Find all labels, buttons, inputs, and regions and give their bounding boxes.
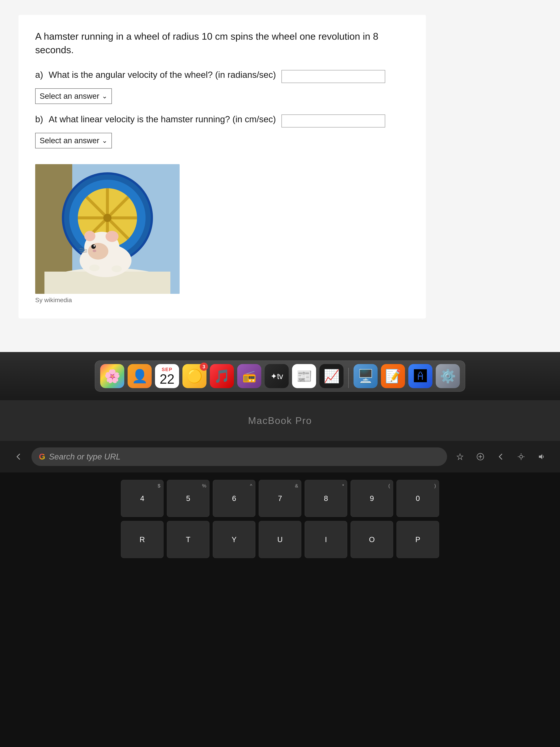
brightness-icon[interactable] (514, 449, 529, 464)
dock-news-icon[interactable]: 📰 (292, 364, 316, 388)
address-bar[interactable]: G Search or type URL (31, 447, 447, 466)
bookmark-icon[interactable] (453, 449, 468, 464)
browser-content: A hamster running in a wheel of radius 1… (0, 0, 560, 352)
systemprefs-icon: ⚙️ (440, 368, 456, 384)
macbook-label-area: MacBook Pro (0, 400, 560, 441)
part-b-select-label: Select an answer (39, 136, 99, 145)
dock-pages-icon[interactable]: 📝 (381, 364, 405, 388)
key-dollar-symbol: $ (158, 483, 160, 489)
part-a-label: a) (35, 70, 43, 80)
part-a-row: a) What is the angular velocity of the w… (35, 70, 409, 83)
key-y[interactable]: Y (213, 521, 256, 558)
dock-podcasts-icon[interactable]: 📻 (237, 364, 261, 388)
dock-area: 🌸 👤 SEP 22 🟡 3 🎵 📻 ✦tv 📰 📈 (0, 352, 560, 400)
part-a-select-label: Select an answer (39, 92, 99, 101)
svg-point-23 (89, 264, 100, 271)
add-tab-icon[interactable] (473, 449, 488, 464)
podcasts-icon: 📻 (242, 369, 256, 383)
key-p[interactable]: P (397, 521, 439, 558)
part-a-question: What is the angular velocity of the whee… (49, 70, 276, 80)
key-7[interactable]: & 7 (259, 480, 301, 517)
toolbar-area: G Search or type URL (0, 441, 560, 472)
hamster-image-container: Sy wikimedia (35, 164, 180, 304)
dock-notes-icon[interactable]: 🟡 3 (182, 364, 207, 388)
keynote-icon: 🖥️ (357, 368, 374, 384)
back-nav-icon[interactable] (494, 449, 508, 464)
svg-point-14 (88, 243, 108, 260)
key-6[interactable]: ^ 6 (213, 480, 256, 517)
key-o[interactable]: O (351, 521, 393, 558)
appstore-icon: 🅰 (414, 369, 427, 384)
key-9[interactable]: ( 9 (351, 480, 393, 517)
back-button[interactable] (11, 449, 26, 464)
svg-point-17 (92, 250, 96, 252)
part-b-row: b) At what linear velocity is the hamste… (35, 114, 409, 128)
calendar-day: 22 (160, 372, 175, 386)
question-container: A hamster running in a wheel of radius 1… (19, 15, 426, 318)
key-caret-symbol: ^ (250, 483, 252, 489)
part-b-label: b) (35, 114, 43, 124)
image-credit: Sy wikimedia (35, 297, 180, 304)
svg-point-18 (106, 231, 118, 242)
dock-contacts-icon[interactable]: 👤 (128, 364, 152, 388)
keyboard-area: $ 4 % 5 ^ 6 & 7 * 8 ( 9 ) 0 R (0, 472, 560, 747)
key-r[interactable]: R (121, 521, 163, 558)
key-4[interactable]: $ 4 (121, 480, 163, 517)
part-b: b) At what linear velocity is the hamste… (35, 114, 409, 159)
svg-point-29 (519, 455, 523, 458)
key-asterisk-symbol: * (342, 483, 344, 489)
dock-photos-icon[interactable]: 🌸 (100, 364, 124, 388)
macbook-label: MacBook Pro (248, 415, 312, 426)
key-t[interactable]: T (167, 521, 209, 558)
number-key-row: $ 4 % 5 ^ 6 & 7 * 8 ( 9 ) 0 (11, 480, 549, 517)
calendar-month: SEP (162, 367, 172, 372)
dock-appstore-icon[interactable]: 🅰 (408, 364, 432, 388)
pages-icon: 📝 (385, 368, 401, 384)
google-logo: G (39, 452, 45, 461)
svg-point-24 (111, 265, 122, 272)
volume-icon[interactable] (534, 449, 549, 464)
key-i[interactable]: I (304, 521, 347, 558)
key-open-paren-symbol: ( (388, 483, 390, 489)
part-a-input[interactable] (282, 70, 385, 83)
part-b-select[interactable]: Select an answer ⌄ (35, 133, 112, 148)
contacts-icon: 👤 (132, 368, 148, 384)
part-b-question: At what linear velocity is the hamster r… (49, 114, 276, 124)
key-percent-symbol: % (202, 483, 206, 489)
problem-text: A hamster running in a wheel of radius 1… (35, 30, 409, 57)
address-placeholder: Search or type URL (49, 452, 121, 461)
dock: 🌸 👤 SEP 22 🟡 3 🎵 📻 ✦tv 📰 📈 (95, 361, 465, 392)
svg-point-9 (103, 214, 111, 222)
svg-point-19 (84, 231, 96, 241)
key-u[interactable]: U (259, 521, 301, 558)
part-a-chevron-icon: ⌄ (102, 92, 107, 100)
part-a-select[interactable]: Select an answer ⌄ (35, 88, 112, 104)
music-icon: 🎵 (214, 368, 230, 384)
dock-music-icon[interactable]: 🎵 (210, 364, 234, 388)
photos-icon: 🌸 (104, 368, 121, 384)
notes-icon: 🟡 (186, 368, 203, 384)
svg-point-16 (94, 245, 95, 247)
part-a: a) What is the angular velocity of the w… (35, 70, 409, 114)
letter-key-row: R T Y U I O P (11, 521, 549, 558)
dock-appletv-icon[interactable]: ✦tv (265, 364, 289, 388)
dock-separator (348, 368, 349, 388)
dock-systemprefs-icon[interactable]: ⚙️ (436, 364, 460, 388)
svg-marker-25 (457, 454, 463, 460)
dock-keynote-icon[interactable]: 🖥️ (353, 364, 378, 388)
svg-marker-34 (539, 454, 542, 459)
news-icon: 📰 (296, 368, 312, 384)
key-5[interactable]: % 5 (167, 480, 209, 517)
key-0[interactable]: ) 0 (397, 480, 439, 517)
dock-stocks-icon[interactable]: 📈 (319, 364, 344, 388)
part-b-chevron-icon: ⌄ (102, 137, 107, 145)
key-ampersand-symbol: & (295, 483, 298, 489)
stocks-icon: 📈 (323, 368, 340, 384)
appletv-icon: ✦tv (270, 371, 283, 381)
key-8[interactable]: * 8 (304, 480, 347, 517)
dock-badge: 3 (200, 363, 208, 371)
dock-calendar-icon[interactable]: SEP 22 (155, 364, 179, 388)
svg-point-15 (91, 244, 96, 249)
part-b-input[interactable] (282, 114, 385, 127)
hamster-image (35, 164, 180, 294)
